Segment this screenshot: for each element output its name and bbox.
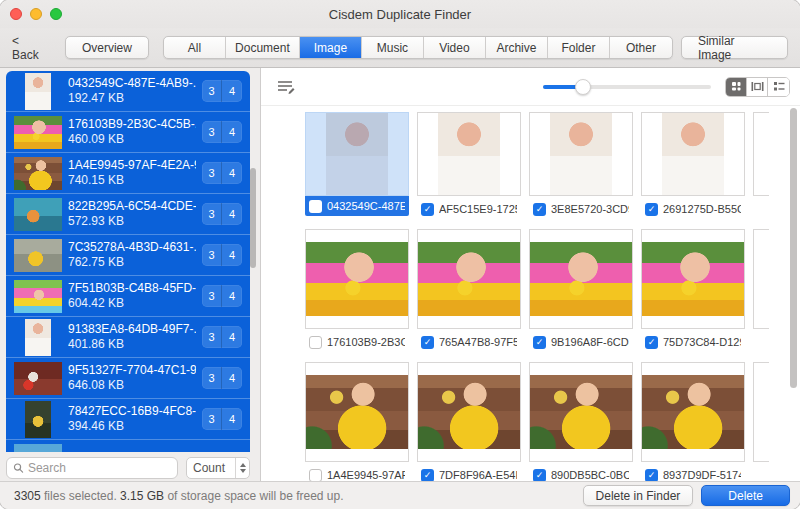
grid-cell[interactable]: ✓8937D9DF-5174-... <box>641 362 745 481</box>
search-input[interactable] <box>28 461 171 475</box>
duplicate-group-row[interactable]: 78427ECC-16B9-4FC8-...394.46 KB34 <box>6 399 250 440</box>
duplicate-group-row[interactable]: 91383EA8-64DB-49F7-...401.86 KB34 <box>6 317 250 358</box>
grid-cell[interactable]: ✓765A47B8-97F5-... <box>417 229 521 352</box>
duplicate-group-row[interactable]: 7C35278A-4B3D-4631-...762.75 KB34 <box>6 235 250 276</box>
traffic-lights <box>10 8 62 20</box>
search-field[interactable] <box>6 457 178 479</box>
slider-knob[interactable] <box>575 79 591 95</box>
thumbnail-card[interactable] <box>305 112 409 196</box>
group-filesize: 460.09 KB <box>68 132 196 147</box>
thumbnail-image <box>418 242 520 316</box>
file-checkbox[interactable]: ✓ <box>645 336 658 349</box>
tab-video[interactable]: Video <box>424 37 486 58</box>
badge-count: 4 <box>222 203 242 225</box>
badge-count: 4 <box>222 162 242 184</box>
thumbnail-card[interactable] <box>641 362 745 462</box>
duplicate-group-row[interactable]: 1A4E9945-97AF-4E2A-9...740.15 KB34 <box>6 153 250 194</box>
grid-cell[interactable]: 1A4E9945-97AF-... <box>305 362 409 481</box>
cell-label-row: 0432549C-487E-... <box>305 196 409 216</box>
file-checkbox[interactable]: ✓ <box>533 336 546 349</box>
sort-by-popup[interactable]: Count <box>186 457 250 479</box>
file-checkbox[interactable]: ✓ <box>533 203 546 216</box>
grid-cell[interactable]: ✓AF5C15E9-1725-... <box>417 112 521 219</box>
tab-music[interactable]: Music <box>362 37 424 58</box>
grid-cell[interactable]: ✓75D73C84-D129-... <box>641 229 745 352</box>
tab-document[interactable]: Document <box>226 37 300 58</box>
group-filename: 9F51327F-7704-47C1-9... <box>68 363 196 378</box>
tab-other[interactable]: Other <box>610 37 672 58</box>
thumbnail-card[interactable] <box>305 362 409 462</box>
file-checkbox[interactable] <box>309 336 322 349</box>
group-filename: 91383EA8-64DB-49F7-... <box>68 322 196 337</box>
group-count-badge: 34 <box>202 162 242 184</box>
cell-label-row: ✓9B196A8F-6CD3-... <box>529 332 633 352</box>
back-button[interactable]: < Back <box>12 34 49 62</box>
cell-filename: 1A4E9945-97AF-... <box>327 469 405 481</box>
file-checkbox[interactable] <box>309 200 322 213</box>
cell-filename: 890DB5BC-0BCD... <box>551 469 629 481</box>
thumbnail-image <box>418 375 520 449</box>
grid-cell[interactable]: ✓7DF8F96A-E54F-... <box>417 362 521 481</box>
duplicate-group-row[interactable]: 0432549C-487E-4AB9-...192.47 KB34 <box>6 71 250 112</box>
file-checkbox[interactable] <box>309 469 322 482</box>
thumbnail-image <box>25 73 51 110</box>
grid-cell[interactable]: ✓3E8E5720-3CD9-... <box>529 112 633 219</box>
grid-view-button[interactable] <box>726 78 747 96</box>
grid-cell[interactable]: ✓890DB5BC-0BCD... <box>529 362 633 481</box>
group-thumbnail <box>12 116 64 149</box>
thumbnail-card[interactable] <box>529 229 633 329</box>
minimize-window-button[interactable] <box>30 8 42 20</box>
grid-cell[interactable]: 176103B9-2B3C-... <box>305 229 409 352</box>
thumbnail-card[interactable] <box>417 362 521 462</box>
grid-cell[interactable]: ✓9B196A8F-6CD3-... <box>529 229 633 352</box>
group-filesize: 572.93 KB <box>68 214 196 229</box>
duplicate-group-row[interactable]: 822B295A-6C54-4CDE-...572.93 KB34 <box>6 194 250 235</box>
thumbnail-size-slider[interactable] <box>543 79 711 95</box>
badge-count: 3 <box>202 285 222 307</box>
column-view-button[interactable] <box>747 78 768 96</box>
thumbnail-card[interactable] <box>641 229 745 329</box>
tab-image[interactable]: Image <box>300 37 362 58</box>
file-checkbox[interactable]: ✓ <box>645 203 658 216</box>
group-filename: 1A4E9945-97AF-4E2A-9... <box>68 158 196 173</box>
partial-next-card <box>753 112 769 196</box>
zoom-window-button[interactable] <box>50 8 62 20</box>
delete-button[interactable]: Delete <box>701 485 790 506</box>
file-checkbox[interactable]: ✓ <box>645 469 658 482</box>
group-filename: 7F51B03B-C4B8-45FD-... <box>68 281 196 296</box>
group-thumbnail <box>12 444 64 452</box>
close-window-button[interactable] <box>10 8 22 20</box>
file-checkbox[interactable]: ✓ <box>533 469 546 482</box>
thumbnail-card[interactable] <box>417 229 521 329</box>
file-checkbox[interactable]: ✓ <box>421 336 434 349</box>
grid-scrollbar[interactable] <box>790 108 797 388</box>
badge-count: 3 <box>202 367 222 389</box>
duplicate-group-row[interactable]: 9F51327F-7704-47C1-9...646.08 KB34 <box>6 358 250 399</box>
delete-in-finder-button[interactable]: Delete in Finder <box>583 485 694 506</box>
list-view-button[interactable] <box>768 78 789 96</box>
thumbnail-card[interactable] <box>305 229 409 329</box>
duplicate-group-row[interactable]: 4C5B2CB0-315B-46F1-... <box>6 440 250 452</box>
group-count-badge: 34 <box>202 367 242 389</box>
overview-button[interactable]: Overview <box>65 36 149 59</box>
select-list-icon[interactable] <box>277 79 297 95</box>
cell-label-row: ✓7DF8F96A-E54F-... <box>417 465 521 481</box>
duplicate-group-row[interactable]: 7F51B03B-C4B8-45FD-...604.42 KB34 <box>6 276 250 317</box>
thumbnail-card[interactable] <box>417 112 521 196</box>
file-checkbox[interactable]: ✓ <box>421 469 434 482</box>
thumbnail-card[interactable] <box>641 112 745 196</box>
duplicates-grid: 0432549C-487E-...✓AF5C15E9-1725-...✓3E8E… <box>261 106 800 481</box>
cell-filename: 765A47B8-97F5-... <box>439 336 517 348</box>
duplicate-group-row[interactable]: 176103B9-2B3C-4C5B-...460.09 KB34 <box>6 112 250 153</box>
tab-folder[interactable]: Folder <box>548 37 610 58</box>
grid-cell[interactable]: ✓2691275D-B55C-... <box>641 112 745 219</box>
tab-all[interactable]: All <box>164 37 226 58</box>
sidebar-scrollbar[interactable] <box>250 168 256 268</box>
file-checkbox[interactable]: ✓ <box>421 203 434 216</box>
cell-label-row: 176103B9-2B3C-... <box>305 332 409 352</box>
tab-archive[interactable]: Archive <box>486 37 548 58</box>
grid-cell[interactable]: 0432549C-487E-... <box>305 112 409 216</box>
thumbnail-card[interactable] <box>529 112 633 196</box>
thumbnail-card[interactable] <box>529 362 633 462</box>
similar-image-button[interactable]: Similar Image <box>681 36 788 59</box>
